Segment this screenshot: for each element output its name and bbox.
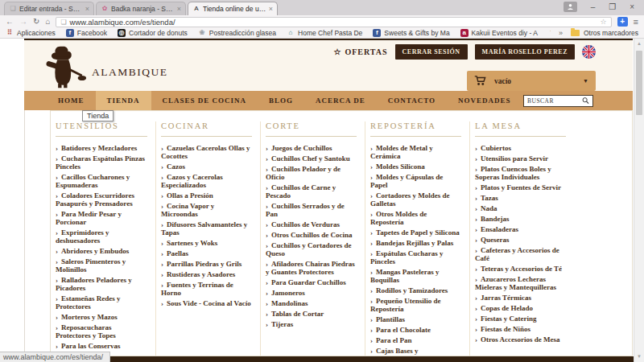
- search-icon[interactable]: [582, 97, 589, 105]
- menu-item[interactable]: Afiladores Chairas Piedras y Guantes Pro…: [266, 260, 357, 276]
- chrome-menu-button[interactable]: ≡: [634, 17, 638, 27]
- menu-item[interactable]: Moldes Silicona: [370, 162, 461, 171]
- menu-item[interactable]: Plantillas: [370, 315, 461, 323]
- menu-item[interactable]: Para Guardar Cuchillos: [266, 278, 357, 286]
- menu-item[interactable]: Bandejas Rejillas y Palas: [370, 239, 461, 247]
- menu-item[interactable]: Tazas: [475, 194, 566, 202]
- nav-item[interactable]: TIENDA: [96, 91, 151, 110]
- menu-item[interactable]: Mangas Pasteleras y Boquillas: [370, 268, 461, 284]
- menu-column-title[interactable]: CORTE: [266, 121, 357, 137]
- menu-item[interactable]: Para las Conservas: [56, 342, 147, 350]
- nav-item[interactable]: CLASES DE COCINA: [151, 91, 258, 110]
- user-account-button[interactable]: MARÍA ROSELLO PEREZ: [475, 44, 575, 60]
- search-box[interactable]: [523, 95, 593, 107]
- menu-item[interactable]: Teteras y Accesorios de Té: [475, 265, 566, 273]
- menu-item[interactable]: Ensaladeras: [475, 225, 566, 233]
- menu-item[interactable]: Difusores Salvamanteles y Tapas: [161, 220, 252, 237]
- close-window-button[interactable]: ×: [630, 3, 634, 11]
- menu-item[interactable]: Queseras: [475, 236, 566, 244]
- bookmark-item[interactable]: f Facebook: [66, 29, 107, 37]
- menu-item[interactable]: Bandejas: [475, 215, 566, 223]
- menu-item[interactable]: Paellas: [161, 249, 252, 257]
- nav-item[interactable]: HOME: [47, 91, 96, 110]
- bookmarks-overflow-chevron[interactable]: »: [559, 29, 563, 37]
- ofertas-link[interactable]: ☆ OFERTAS: [333, 47, 387, 56]
- bookmark-item[interactable]: ❀ Postreadicción glasea: [198, 29, 276, 37]
- maximize-button[interactable]: ❐: [609, 3, 616, 11]
- other-bookmarks-folder[interactable]: Otros marcadores: [571, 29, 638, 37]
- menu-item[interactable]: Cuchillos Chef y Santoku: [266, 154, 357, 162]
- browser-tab[interactable]: A Tienda online de utensilio ×: [188, 2, 278, 15]
- menu-item[interactable]: Jarras Térmicas: [475, 294, 566, 302]
- menu-item[interactable]: Azucareros Lecheras Mieleras y Mantequil…: [475, 275, 566, 291]
- menu-item[interactable]: Otros Accesorios de Mesa: [475, 335, 566, 343]
- menu-item[interactable]: Tijeras: [266, 320, 357, 328]
- reload-button[interactable]: ↻: [33, 18, 39, 26]
- menu-item[interactable]: Para el Pan: [370, 336, 461, 344]
- menu-item[interactable]: Espátulas Cucharas y Pinceles: [370, 249, 461, 265]
- scroll-down-icon[interactable]: ▼: [634, 352, 644, 362]
- menu-item[interactable]: Ralladores Peladores y Picadores: [56, 276, 147, 292]
- menu-item[interactable]: Ollas a Presión: [161, 191, 252, 200]
- menu-item[interactable]: Pequeño Utensilio de Repostería: [370, 297, 461, 313]
- menu-item[interactable]: Juegos de Cuchillos: [266, 144, 357, 152]
- uk-flag-icon[interactable]: [582, 45, 596, 59]
- menu-item[interactable]: Copas de Helado: [475, 304, 566, 312]
- menu-item[interactable]: Batidores y Mezcladores: [56, 144, 147, 152]
- menu-item[interactable]: Cubiertos: [475, 144, 566, 152]
- menu-column-title[interactable]: UTENSILIOS: [56, 121, 147, 137]
- menu-item[interactable]: Cocina Vapor y Microondas: [161, 202, 252, 218]
- nav-item[interactable]: BLOG: [258, 91, 304, 110]
- menu-item[interactable]: Fiestas de Niños: [475, 325, 566, 333]
- address-bar[interactable]: ❏ www.alambique.com/es/tienda/ ☆: [56, 17, 611, 27]
- menu-item[interactable]: Cuchillos Pelador y de Oficio: [266, 165, 357, 181]
- scroll-up-icon[interactable]: ▲: [634, 39, 644, 49]
- menu-item[interactable]: Jamoneros: [266, 289, 357, 297]
- browser-tab[interactable]: ❏ Editar entrada - Sweets & ×: [4, 2, 94, 15]
- menu-item[interactable]: Cazos: [161, 162, 252, 171]
- menu-item[interactable]: Rustideras y Asadores: [161, 270, 252, 278]
- menu-item[interactable]: Coladores Escurridores Pasapurés y Prens…: [56, 191, 147, 208]
- menu-item[interactable]: Platos Cuencos Boles y Soperas Individua…: [475, 165, 566, 181]
- bookmark-star-icon[interactable]: ☆: [601, 18, 607, 26]
- menu-item[interactable]: Abridores y Embudos: [56, 247, 147, 255]
- nav-item[interactable]: ACERCA DE: [304, 91, 377, 110]
- menu-item[interactable]: Cuchillos y Cortadores de Queso: [266, 241, 357, 257]
- bookmark-item[interactable]: ⌂ Home Chef Pasta De: [287, 29, 362, 37]
- menu-item[interactable]: Rodillos y Tamizadores: [370, 286, 461, 294]
- scrollbar[interactable]: ▲ ▼: [634, 39, 644, 362]
- cart-dropdown[interactable]: vacío ▼: [467, 71, 596, 91]
- menu-item[interactable]: Sartenes y Woks: [161, 239, 252, 247]
- menu-item[interactable]: Morteros y Mazos: [56, 313, 147, 321]
- back-button[interactable]: ←: [6, 18, 14, 26]
- menu-item[interactable]: Fuentes y Terrinas de Horno: [161, 281, 252, 297]
- menu-item[interactable]: Para el Chocolate: [370, 326, 461, 334]
- bookmark-item[interactable]: T Sweetapolita - azuca: [548, 29, 551, 37]
- menu-column-title[interactable]: REPOSTERÍA: [370, 121, 461, 137]
- menu-item[interactable]: Mandolinas: [266, 299, 357, 307]
- menu-item[interactable]: Otros Moldes de Repostería: [370, 210, 461, 226]
- menu-item[interactable]: Saleros Pimenteros y Molinillos: [56, 257, 147, 274]
- menu-item[interactable]: Nada: [475, 204, 566, 212]
- nav-item[interactable]: CONTACTO: [377, 91, 447, 110]
- menu-item[interactable]: Sous Vide - Cocina al Vacío: [161, 299, 252, 307]
- tab-close-icon[interactable]: ×: [85, 5, 89, 13]
- menu-item[interactable]: Moldes de Metal y Cerámica: [370, 144, 461, 160]
- bookmark-item[interactable]: f Sweets & Gifts by Ma: [373, 29, 449, 37]
- search-input[interactable]: [527, 97, 582, 105]
- home-button[interactable]: ⌂: [45, 18, 50, 26]
- menu-item[interactable]: Tapetes de Papel y Silicona: [370, 228, 461, 237]
- menu-item[interactable]: Platos y Fuentes de Servir: [475, 183, 566, 191]
- menu-item[interactable]: Cazos y Cacerolas Especializados: [161, 173, 252, 189]
- menu-item[interactable]: Cafeteras y Accesorios de Café: [475, 246, 566, 262]
- menu-item[interactable]: Cajas Bases y Transportadores: [370, 347, 461, 356]
- alambique-chef-logo[interactable]: [42, 44, 87, 89]
- menu-item[interactable]: Parrillas Piedras y Grils: [161, 260, 252, 268]
- tab-close-icon[interactable]: ×: [177, 5, 181, 13]
- extension-plus-button[interactable]: +: [617, 17, 628, 27]
- browser-tab[interactable]: ✿ Badka naranja - Sweets & ×: [96, 2, 186, 15]
- menu-column-title[interactable]: LA MESA: [475, 121, 566, 137]
- minimize-button[interactable]: –: [591, 3, 596, 11]
- brand-name[interactable]: ALAMBIQUE: [92, 66, 168, 79]
- menu-item[interactable]: Reposacucharas Protectores y Topes: [56, 323, 147, 339]
